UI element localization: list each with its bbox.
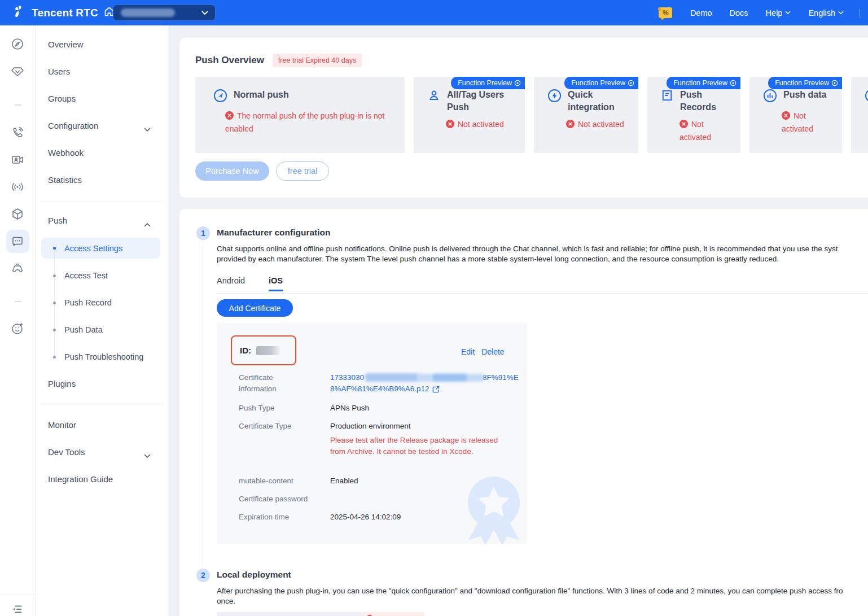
step-2-title: Local deployment bbox=[217, 570, 291, 580]
redacted-link-middle bbox=[365, 373, 481, 382]
module-nav: Overview Users Groups Configuration Webh… bbox=[36, 25, 169, 616]
certificate-file-link[interactable]: 17333030 8F%91%E 8%AF%81%E4%B9%A6.p12 bbox=[330, 372, 519, 395]
paper-plane-icon bbox=[213, 89, 227, 105]
add-certificate-button[interactable]: Add Certificate bbox=[217, 299, 293, 317]
header-divider bbox=[860, 8, 860, 18]
bullet-icon bbox=[53, 329, 56, 331]
phone-call-icon[interactable] bbox=[11, 126, 24, 139]
live-broadcast-icon[interactable] bbox=[11, 180, 24, 194]
chevron-down-icon[interactable] bbox=[144, 124, 151, 134]
function-preview-badge: Function Preview bbox=[768, 77, 842, 89]
certificate-id-label: ID: bbox=[240, 346, 251, 355]
nav-groups[interactable]: Groups bbox=[48, 92, 76, 106]
tab-ios[interactable]: iOS bbox=[269, 276, 283, 291]
card-quick-integration: Function Preview Quick integration Not a… bbox=[534, 77, 638, 153]
nav-plugins[interactable]: Plugins bbox=[48, 377, 76, 391]
certificate-medal-watermark bbox=[462, 473, 526, 544]
card-title: Normal push bbox=[234, 89, 289, 101]
clipped-tab-strip bbox=[217, 612, 362, 616]
bar-chart-icon bbox=[763, 89, 777, 105]
cube-icon[interactable] bbox=[11, 207, 24, 221]
preview-icon bbox=[730, 80, 737, 86]
free-trial-button[interactable]: free trial bbox=[276, 161, 329, 181]
configuration-panel: 1 Manufacturer configuration Chat suppor… bbox=[179, 209, 868, 616]
nav-push-troubleshooting[interactable]: Push Troubleshooting bbox=[64, 350, 143, 364]
push-overview-panel: Push Overview free trial Expired 40 days… bbox=[179, 38, 868, 198]
certificate-type-value: Production environment bbox=[330, 421, 411, 432]
chevron-down-icon bbox=[785, 11, 791, 15]
user-icon bbox=[427, 89, 441, 104]
push-type-value: APNs Push bbox=[330, 403, 369, 414]
certificate-info-label: Certificate information bbox=[239, 372, 304, 395]
gem-icon[interactable] bbox=[11, 65, 24, 78]
lightning-icon bbox=[547, 89, 562, 105]
nav-push-record[interactable]: Push Record bbox=[64, 296, 112, 309]
step-1-title: Manufacturer configuration bbox=[217, 228, 331, 238]
error-icon bbox=[225, 111, 234, 123]
card-all-tag-users-push: Function Preview All/Tag Users Push Not … bbox=[414, 77, 525, 153]
menu-demo[interactable]: Demo bbox=[690, 8, 712, 18]
nav-access-test[interactable]: Access Test bbox=[64, 269, 108, 282]
gamepad-icon[interactable] bbox=[11, 261, 24, 275]
expiration-time-value: 2025-04-26 14:02:09 bbox=[330, 512, 401, 523]
nav-integration-guide[interactable]: Integration Guide bbox=[48, 473, 113, 486]
nav-push[interactable]: Push bbox=[48, 214, 67, 228]
video-call-icon[interactable] bbox=[11, 153, 24, 167]
chevron-down-icon bbox=[838, 11, 844, 15]
external-link-icon[interactable] bbox=[432, 386, 440, 393]
menu-help[interactable]: Help bbox=[766, 8, 791, 18]
compass-icon[interactable] bbox=[11, 37, 24, 51]
sdkappid-selector[interactable] bbox=[113, 5, 216, 21]
card-push-records: Function Preview Push Records Not activa… bbox=[647, 77, 740, 153]
bullet-icon bbox=[53, 274, 56, 277]
svg-text:%: % bbox=[663, 9, 669, 17]
card-normal-push: Normal push The normal push of the push … bbox=[195, 77, 405, 153]
nav-divider bbox=[41, 404, 164, 404]
platform-tabs: AndroidiOS bbox=[217, 276, 868, 294]
delete-link[interactable]: Delete bbox=[481, 347, 504, 356]
step-1-desc-line2: provided by each manufacturer. The syste… bbox=[217, 255, 779, 263]
step-1-desc-line1: Chat supports online and offline push no… bbox=[217, 244, 838, 253]
menu-docs[interactable]: Docs bbox=[730, 8, 748, 18]
step-2-badge: 2 bbox=[196, 569, 210, 582]
chevron-down-icon[interactable] bbox=[144, 451, 151, 461]
chevron-up-icon[interactable] bbox=[144, 219, 151, 229]
edit-link[interactable]: Edit bbox=[461, 347, 475, 356]
circle-icon bbox=[865, 89, 868, 105]
function-preview-badge: Function Preview bbox=[451, 77, 525, 89]
card-status: Not activated bbox=[782, 110, 838, 135]
certificate-type-warning: Please test after the Release package is… bbox=[330, 435, 499, 457]
coupon-icon[interactable]: % bbox=[656, 5, 674, 21]
nav-push-data[interactable]: Push Data bbox=[64, 323, 103, 337]
step-1-badge: 1 bbox=[196, 226, 210, 240]
nav-webhook[interactable]: Webhook bbox=[48, 146, 84, 160]
nav-users[interactable]: Users bbox=[48, 65, 70, 78]
nav-overview[interactable]: Overview bbox=[48, 38, 84, 51]
nav-access-settings[interactable]: Access Settings bbox=[64, 242, 122, 255]
redacted-app-name bbox=[121, 8, 175, 17]
tencent-rtc-logo-icon bbox=[12, 5, 27, 21]
nav-statistics[interactable]: Statistics bbox=[48, 173, 82, 187]
brand[interactable]: Tencent RTC bbox=[12, 5, 115, 21]
preview-icon bbox=[831, 80, 838, 86]
nav-configuration[interactable]: Configuration bbox=[48, 119, 98, 133]
push-overview-title: Push Overview bbox=[195, 55, 264, 66]
preview-icon bbox=[628, 80, 634, 86]
chevron-down-icon bbox=[201, 11, 208, 15]
card-status: Not activated bbox=[446, 119, 525, 132]
nav-dev-tools[interactable]: Dev Tools bbox=[48, 445, 85, 459]
collapse-menu-icon[interactable] bbox=[11, 603, 24, 616]
nav-monitor[interactable]: Monitor bbox=[48, 418, 76, 432]
nav-divider bbox=[41, 202, 164, 202]
purchase-now-button[interactable]: Purchase Now bbox=[195, 161, 269, 181]
card-clipped bbox=[851, 77, 868, 153]
menu-language[interactable]: English bbox=[808, 8, 844, 18]
chat-icon[interactable] bbox=[11, 234, 24, 248]
card-status: Not activated bbox=[566, 119, 638, 132]
tab-android[interactable]: Android bbox=[217, 276, 245, 291]
smiley-icon[interactable] bbox=[11, 322, 24, 335]
clipped-status-badge: Not activated bbox=[362, 612, 424, 616]
function-preview-badge: Function Preview bbox=[667, 77, 740, 89]
step-2-desc-line2: once. bbox=[217, 597, 235, 605]
step-connector-line bbox=[203, 245, 203, 565]
